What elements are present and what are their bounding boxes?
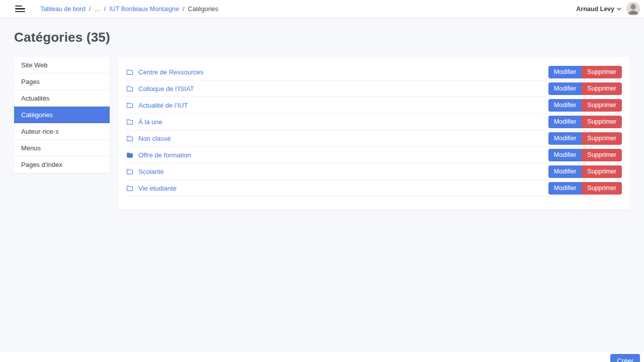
folder-icon: [126, 85, 133, 92]
table-row: Scolarité Modifier Supprimer: [126, 163, 622, 180]
modifier-button[interactable]: Modifier: [548, 66, 582, 78]
sidebar-item-cat-gories[interactable]: Catégories: [14, 107, 110, 123]
category-link[interactable]: Scolarité: [126, 168, 164, 175]
category-name: À la une: [138, 118, 163, 126]
row-actions: Modifier Supprimer: [548, 132, 622, 145]
modifier-button[interactable]: Modifier: [548, 132, 582, 145]
folder-icon: [126, 118, 133, 125]
footer-bar: Créer: [0, 351, 644, 362]
breadcrumb-item[interactable]: IUT Bordeaux Montaigne: [109, 6, 179, 13]
sidebar: Site Web Pages Actualités Catégories Aut…: [14, 57, 110, 173]
category-link[interactable]: Centre de Ressources: [126, 68, 203, 76]
sidebar-item-pages[interactable]: Pages: [14, 73, 110, 90]
user-menu[interactable]: Arnaud Levy: [576, 6, 621, 13]
sidebar-item-auteur-rice-s[interactable]: Auteur·rice·s: [14, 123, 110, 140]
folder-icon: [126, 151, 133, 158]
supprimer-button[interactable]: Supprimer: [582, 182, 622, 195]
supprimer-button[interactable]: Supprimer: [582, 66, 622, 78]
category-name: Centre de Ressources: [138, 68, 203, 76]
supprimer-button[interactable]: Supprimer: [582, 99, 622, 112]
folder-icon: [126, 68, 133, 75]
table-row: Centre de Ressources Modifier Supprimer: [126, 64, 622, 80]
category-link[interactable]: Actualité de l’IUT: [126, 102, 188, 109]
sidebar-item-label: Auteur·rice·s: [21, 128, 58, 135]
folder-icon: [126, 168, 133, 175]
menu-hamburger-icon[interactable]: [15, 6, 25, 13]
modifier-button[interactable]: Modifier: [548, 165, 582, 178]
table-row: Non classé Modifier Supprimer: [126, 130, 622, 147]
create-button[interactable]: Créer: [610, 354, 640, 362]
sidebar-item-menus[interactable]: Menus: [14, 140, 110, 156]
page-title: Catégories (35): [14, 30, 644, 45]
breadcrumb-item[interactable]: Tableau de bord: [40, 6, 86, 13]
row-actions: Modifier Supprimer: [548, 82, 622, 95]
modifier-button[interactable]: Modifier: [548, 82, 582, 95]
sidebar-item-label: Actualités: [21, 95, 49, 102]
row-actions: Modifier Supprimer: [548, 66, 622, 78]
sidebar-item-label: Pages: [21, 78, 40, 85]
table-row: À la une Modifier Supprimer: [126, 114, 622, 130]
sidebar-item-actualit-s[interactable]: Actualités: [14, 90, 110, 107]
category-list-card: Centre de Ressources Modifier Supprimer …: [118, 57, 630, 210]
category-link[interactable]: Colloque de l’ISIAT: [126, 85, 194, 93]
row-actions: Modifier Supprimer: [548, 149, 622, 161]
table-row: Actualité de l’IUT Modifier Supprimer: [126, 97, 622, 114]
supprimer-button[interactable]: Supprimer: [582, 165, 622, 178]
category-name: Colloque de l’ISIAT: [138, 85, 194, 93]
category-name: Scolarité: [138, 168, 164, 175]
category-name: Vie étudiante: [138, 185, 177, 192]
breadcrumb: Tableau de bord/…/IUT Bordeaux Montaigne…: [40, 6, 218, 13]
category-name: Non classé: [138, 135, 171, 142]
table-row: Colloque de l’ISIAT Modifier Supprimer: [126, 80, 622, 97]
breadcrumb-item: …: [94, 6, 101, 13]
category-name: Actualité de l’IUT: [138, 102, 188, 109]
modifier-button[interactable]: Modifier: [548, 116, 582, 128]
supprimer-button[interactable]: Supprimer: [582, 132, 622, 145]
folder-icon: [126, 185, 133, 192]
category-name: Offre de formation: [138, 151, 191, 159]
folder-icon: [126, 135, 133, 142]
category-link[interactable]: Vie étudiante: [126, 185, 177, 192]
row-actions: Modifier Supprimer: [548, 182, 622, 195]
breadcrumb-item: Catégories: [188, 6, 218, 13]
breadcrumb-separator: /: [89, 6, 91, 13]
row-actions: Modifier Supprimer: [548, 116, 622, 128]
breadcrumb-separator: /: [104, 6, 106, 13]
user-name: Arnaud Levy: [576, 6, 614, 13]
supprimer-button[interactable]: Supprimer: [582, 149, 622, 161]
supprimer-button[interactable]: Supprimer: [582, 82, 622, 95]
sidebar-item-site-web[interactable]: Site Web: [14, 57, 110, 73]
supprimer-button[interactable]: Supprimer: [582, 116, 622, 128]
topbar: Tableau de bord/…/IUT Bordeaux Montaigne…: [0, 0, 644, 18]
topbar-user-area: Arnaud Levy: [576, 2, 640, 16]
sidebar-item-label: Catégories: [21, 111, 53, 119]
sidebar-item-pages-d-index[interactable]: Pages d’index: [14, 156, 110, 173]
table-row: Offre de formation Modifier Supprimer: [126, 147, 622, 163]
content: Site Web Pages Actualités Catégories Aut…: [14, 57, 630, 210]
breadcrumb-separator: /: [183, 6, 184, 13]
row-actions: Modifier Supprimer: [548, 165, 622, 178]
sidebar-item-label: Pages d’index: [21, 161, 62, 168]
category-link[interactable]: À la une: [126, 118, 163, 126]
sidebar-item-label: Site Web: [21, 61, 48, 69]
category-link[interactable]: Offre de formation: [126, 151, 191, 159]
avatar[interactable]: [626, 2, 640, 16]
sidebar-item-label: Menus: [21, 144, 41, 152]
modifier-button[interactable]: Modifier: [548, 182, 582, 195]
category-link[interactable]: Non classé: [126, 135, 171, 142]
folder-icon: [126, 102, 133, 109]
modifier-button[interactable]: Modifier: [548, 149, 582, 161]
table-row: Vie étudiante Modifier Supprimer: [126, 180, 622, 197]
modifier-button[interactable]: Modifier: [548, 99, 582, 112]
chevron-down-icon: [617, 8, 621, 11]
row-actions: Modifier Supprimer: [548, 99, 622, 112]
